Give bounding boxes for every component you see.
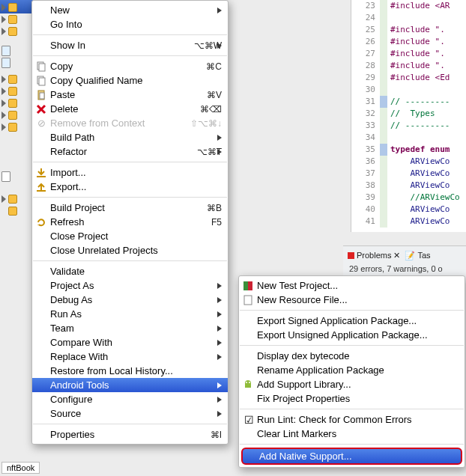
delete-icon [35,103,47,115]
chevron-right-icon [217,311,222,317]
submenu-run-lint[interactable]: ☑︎Run Lint: Check for Common Errors [239,412,465,427]
menu-go-into[interactable]: Go Into [32,17,228,31]
menu-project-as[interactable]: Project As [32,278,228,293]
menu-close-unrelated[interactable]: Close Unrelated Projects [32,243,228,257]
menu-android-tools[interactable]: Android Tools [32,378,228,392]
chevron-right-icon [217,354,222,360]
chevron-right-icon [217,382,222,388]
menu-replace-with[interactable]: Replace With [32,350,228,364]
menu-configure[interactable]: Configure [32,392,228,406]
menu-team[interactable]: Team [32,321,228,335]
menu-build-path[interactable]: Build Path [32,130,228,144]
menu-refresh[interactable]: RefreshF5 [32,215,228,229]
error-icon [348,252,354,259]
submenu-new-test-project[interactable]: New Test Project... [239,278,465,293]
svg-point-12 [249,382,250,383]
chevron-right-icon [217,297,222,303]
menu-copy[interactable]: Copy⌘C [32,59,228,73]
submenu-clear-lint[interactable]: Clear Lint Markers [239,427,465,441]
menu-compare-with[interactable]: Compare With [32,335,228,350]
svg-point-11 [246,382,247,383]
svg-rect-3 [39,78,45,85]
menu-properties[interactable]: Properties⌘I [32,427,228,442]
junit-icon [242,280,254,292]
tab-problems[interactable]: Problems ✕ [348,251,400,260]
svg-rect-8 [243,281,248,290]
android-icon [242,379,254,391]
svg-rect-10 [244,296,252,305]
menu-restore[interactable]: Restore from Local History... [32,364,228,378]
svg-rect-5 [40,93,44,99]
menu-paste[interactable]: Paste⌘V [32,88,228,102]
code-editor: 23#include <AR2425#include ".26#include … [351,0,466,232]
chevron-right-icon [217,411,222,417]
file-icon [242,294,254,306]
submenu-display-dex[interactable]: Display dex bytecode [239,349,465,363]
submenu-export-unsigned[interactable]: Export Unsigned Application Package... [239,328,465,342]
problems-summary: 29 errors, 7 warnings, 0 o [343,264,466,273]
android-tools-submenu: New Test Project... New Resource File...… [238,275,465,468]
chevron-right-icon [217,135,222,141]
paste-icon [35,89,47,101]
submenu-add-native-support[interactable]: Add Native Support... [241,448,462,465]
chevron-right-icon [217,149,222,155]
svg-rect-7 [37,190,46,192]
menu-export[interactable]: Export... [32,180,228,194]
svg-rect-1 [39,64,45,71]
menu-refactor[interactable]: Refactor⌥⌘T [32,144,228,159]
svg-rect-9 [248,281,252,290]
menu-new[interactable]: New [32,3,228,17]
menu-delete[interactable]: Delete⌘⌫ [32,102,228,116]
submenu-add-support[interactable]: Add Support Library... [239,377,465,391]
chevron-right-icon [217,43,222,49]
menu-build-project[interactable]: Build Project⌘B [32,201,228,215]
menu-copy-qualified[interactable]: Copy Qualified Name [32,73,228,88]
menu-validate[interactable]: Validate [32,264,228,278]
copy-icon [35,75,47,87]
menu-run-as[interactable]: Run As [32,307,228,321]
project-tree [0,0,31,217]
menu-remove-context: ⊘Remove from Context⇧⌥⌘↓ [32,116,228,130]
tab-tasks[interactable]: 📝 Tas [405,251,430,260]
check-icon: ☑︎ [243,414,255,426]
menu-debug-as[interactable]: Debug As [32,293,228,307]
context-menu: New Go Into Show In⌥⌘W Copy⌘C Copy Quali… [31,0,229,445]
svg-rect-6 [37,176,46,177]
refresh-icon [35,216,47,228]
submenu-rename-app[interactable]: Rename Application Package [239,363,465,377]
chevron-right-icon [217,397,222,403]
copy-icon [35,61,47,73]
submenu-export-signed[interactable]: Export Signed Application Package... [239,314,465,328]
menu-show-in[interactable]: Show In⌥⌘W [32,38,228,52]
export-icon [35,181,47,193]
chevron-right-icon [217,326,222,332]
editor-tab[interactable]: nftBook [1,462,40,474]
import-icon [35,167,47,179]
submenu-fix-props[interactable]: Fix Project Properties [239,391,465,406]
menu-import[interactable]: Import... [32,165,228,180]
menu-close-project[interactable]: Close Project [32,229,228,243]
chevron-right-icon [217,7,222,13]
chevron-right-icon [217,340,222,346]
menu-source[interactable]: Source [32,406,228,421]
chevron-right-icon [217,283,222,289]
remove-context-icon: ⊘ [35,118,47,129]
submenu-new-resource-file[interactable]: New Resource File... [239,293,465,307]
